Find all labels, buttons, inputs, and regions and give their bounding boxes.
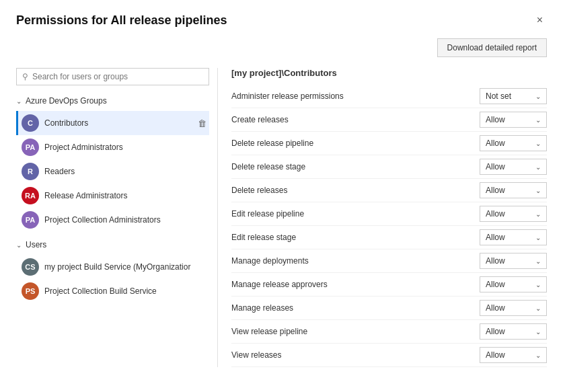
user-item-build-service[interactable]: CS my project Build Service (MyOrganizat… bbox=[16, 255, 209, 279]
select-chevron-icon-manage-approvers: ⌄ bbox=[535, 281, 541, 288]
permission-value-edit-pipeline: Allow bbox=[486, 209, 505, 219]
dialog-header: Permissions for All release pipelines × bbox=[16, 13, 547, 28]
permission-label-delete-stage: Delete release stage bbox=[231, 162, 480, 171]
permission-row-edit-stage: Edit release stage Allow ⌄ bbox=[231, 226, 547, 249]
azure-devops-groups-header[interactable]: ⌄ Azure DevOps Groups bbox=[16, 93, 209, 108]
close-button[interactable]: × bbox=[533, 13, 547, 27]
group-item-readers[interactable]: R Readers 🗑 bbox=[16, 159, 209, 184]
permission-select-manage-deployments[interactable]: Allow ⌄ bbox=[480, 253, 547, 269]
permission-select-manage-releases[interactable]: Allow ⌄ bbox=[480, 300, 547, 316]
select-chevron-icon-edit-pipeline: ⌄ bbox=[535, 210, 541, 218]
permission-select-delete-pipeline[interactable]: Allow ⌄ bbox=[480, 135, 547, 151]
group-item-project-admins[interactable]: PA Project Administrators 🗑 bbox=[16, 135, 209, 159]
users-header-label: Users bbox=[26, 240, 46, 249]
download-report-button[interactable]: Download detailed report bbox=[437, 38, 547, 57]
avatar-project-admins: PA bbox=[22, 139, 39, 156]
left-panel: ⚲ ⌄ Azure DevOps Groups C Contributors 🗑… bbox=[16, 68, 218, 367]
permission-label-view-pipeline: View release pipeline bbox=[231, 327, 480, 336]
dialog: Permissions for All release pipelines × … bbox=[0, 0, 563, 392]
search-input[interactable] bbox=[32, 72, 203, 81]
main-content: ⚲ ⌄ Azure DevOps Groups C Contributors 🗑… bbox=[16, 68, 547, 367]
permission-select-manage-approvers[interactable]: Allow ⌄ bbox=[480, 276, 547, 292]
user-label-pcbs: Project Collection Build Service bbox=[44, 286, 207, 296]
permission-row-delete-pipeline: Delete release pipeline Allow ⌄ bbox=[231, 132, 547, 155]
permission-row-delete-releases: Delete releases Allow ⌄ bbox=[231, 179, 547, 202]
search-icon: ⚲ bbox=[22, 72, 28, 81]
delete-icon-contributors[interactable]: 🗑 bbox=[198, 118, 207, 128]
avatar-build-service: CS bbox=[22, 258, 39, 276]
permission-select-delete-releases[interactable]: Allow ⌄ bbox=[480, 182, 547, 198]
select-chevron-icon-view-pipeline: ⌄ bbox=[535, 328, 541, 336]
group-label-pca: Project Collection Administrators bbox=[44, 215, 207, 225]
permission-select-edit-pipeline[interactable]: Allow ⌄ bbox=[480, 206, 547, 222]
permission-value-view-releases: Allow bbox=[486, 350, 505, 360]
permission-select-create[interactable]: Allow ⌄ bbox=[480, 112, 547, 128]
select-chevron-icon-edit-stage: ⌄ bbox=[535, 234, 541, 241]
section-title: [my project]\Contributors bbox=[231, 68, 547, 78]
group-label-readers: Readers bbox=[44, 167, 207, 176]
permission-row-manage-deployments: Manage deployments Allow ⌄ bbox=[231, 249, 547, 273]
group-label-release-admins: Release Administrators bbox=[44, 191, 207, 200]
group-item-contributors[interactable]: C Contributors 🗑 bbox=[16, 111, 209, 135]
search-box[interactable]: ⚲ bbox=[16, 68, 209, 85]
permission-select-view-releases[interactable]: Allow ⌄ bbox=[480, 347, 547, 363]
permission-select-administer[interactable]: Not set ⌄ bbox=[480, 88, 547, 104]
permission-row-manage-releases: Manage releases Allow ⌄ bbox=[231, 297, 547, 320]
group-label-contributors: Contributors bbox=[44, 118, 192, 128]
select-chevron-icon-create: ⌄ bbox=[535, 116, 541, 124]
select-chevron-icon-manage-deployments: ⌄ bbox=[535, 258, 541, 265]
permission-value-view-pipeline: Allow bbox=[486, 327, 505, 336]
group-item-release-admins[interactable]: RA Release Administrators 🗑 bbox=[16, 184, 209, 208]
select-chevron-icon-administer: ⌄ bbox=[535, 93, 541, 100]
permission-row-manage-approvers: Manage release approvers Allow ⌄ bbox=[231, 273, 547, 297]
permission-value-edit-stage: Allow bbox=[486, 233, 505, 242]
permission-row-view-pipeline: View release pipeline Allow ⌄ bbox=[231, 320, 547, 344]
permission-value-delete-releases: Allow bbox=[486, 186, 505, 195]
select-chevron-icon-view-releases: ⌄ bbox=[535, 352, 541, 359]
permission-label-edit-stage: Edit release stage bbox=[231, 233, 480, 242]
group-item-pca[interactable]: PA Project Collection Administrators 🗑 bbox=[16, 208, 209, 232]
permission-value-manage-approvers: Allow bbox=[486, 280, 505, 289]
permission-select-delete-stage[interactable]: Allow ⌄ bbox=[480, 159, 547, 175]
users-list: CS my project Build Service (MyOrganizat… bbox=[16, 255, 209, 303]
select-chevron-icon-manage-releases: ⌄ bbox=[535, 305, 541, 312]
permission-value-delete-stage: Allow bbox=[486, 162, 505, 171]
select-chevron-icon-delete-stage: ⌄ bbox=[535, 163, 541, 171]
users-chevron-icon: ⌄ bbox=[16, 241, 22, 249]
permission-label-manage-deployments: Manage deployments bbox=[231, 256, 480, 266]
permission-label-view-releases: View releases bbox=[231, 350, 480, 360]
toolbar: Download detailed report bbox=[16, 38, 547, 57]
right-panel: [my project]\Contributors Administer rel… bbox=[218, 68, 547, 367]
avatar-pca: PA bbox=[22, 211, 39, 229]
permission-label-delete-pipeline: Delete release pipeline bbox=[231, 139, 480, 148]
avatar-contributors: C bbox=[22, 114, 39, 132]
permission-label-delete-releases: Delete releases bbox=[231, 186, 480, 195]
permissions-list: Administer release permissions Not set ⌄… bbox=[231, 85, 547, 367]
permission-value-manage-releases: Allow bbox=[486, 303, 505, 313]
permission-value-delete-pipeline: Allow bbox=[486, 139, 505, 148]
permission-select-edit-stage[interactable]: Allow ⌄ bbox=[480, 229, 547, 245]
permission-row-delete-stage: Delete release stage Allow ⌄ bbox=[231, 155, 547, 179]
avatar-release-admins: RA bbox=[22, 187, 39, 204]
dialog-title: Permissions for All release pipelines bbox=[16, 13, 227, 28]
permission-label-manage-releases: Manage releases bbox=[231, 303, 480, 313]
groups-list: C Contributors 🗑 PA Project Administrato… bbox=[16, 111, 209, 232]
permission-row-administer: Administer release permissions Not set ⌄ bbox=[231, 85, 547, 108]
groups-chevron-icon: ⌄ bbox=[16, 97, 22, 105]
users-header[interactable]: ⌄ Users bbox=[16, 237, 209, 252]
permission-value-administer: Not set bbox=[486, 91, 511, 101]
permission-label-edit-pipeline: Edit release pipeline bbox=[231, 209, 480, 219]
avatar-readers: R bbox=[22, 163, 39, 180]
select-chevron-icon-delete-pipeline: ⌄ bbox=[535, 140, 541, 147]
group-label-project-admins: Project Administrators bbox=[44, 143, 207, 152]
permission-label-administer: Administer release permissions bbox=[231, 91, 480, 101]
permission-value-manage-deployments: Allow bbox=[486, 256, 505, 266]
permission-label-manage-approvers: Manage release approvers bbox=[231, 280, 480, 289]
azure-devops-groups-section: ⌄ Azure DevOps Groups C Contributors 🗑 P… bbox=[16, 93, 209, 232]
select-chevron-icon-delete-releases: ⌄ bbox=[535, 187, 541, 194]
permission-select-view-pipeline[interactable]: Allow ⌄ bbox=[480, 323, 547, 340]
users-section: ⌄ Users CS my project Build Service (MyO… bbox=[16, 237, 209, 303]
user-item-pcbs[interactable]: PS Project Collection Build Service 🗑 bbox=[16, 279, 209, 303]
avatar-pcbs: PS bbox=[22, 282, 39, 300]
user-label-build-service: my project Build Service (MyOrganizatior bbox=[44, 262, 207, 272]
